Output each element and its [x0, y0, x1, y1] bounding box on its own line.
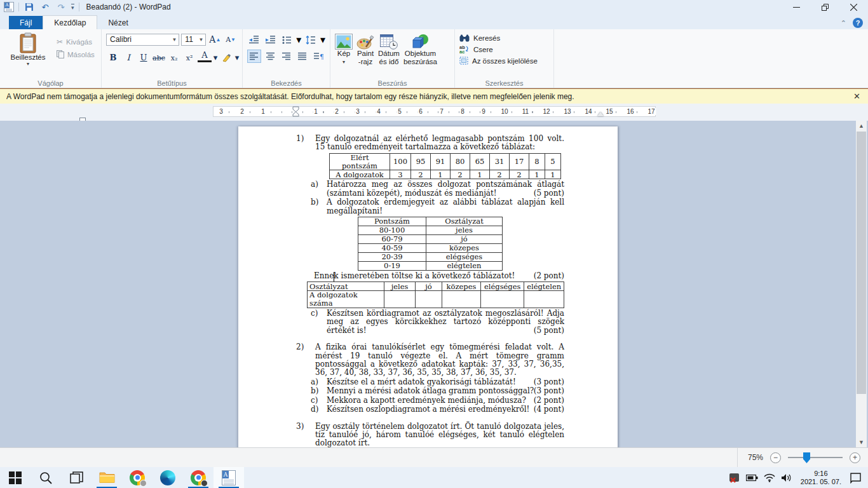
paragraph-dialog-button[interactable]: ¶: [312, 50, 325, 63]
table-row: 40-59közepes: [358, 244, 503, 253]
align-center-icon: [266, 52, 275, 60]
highlight-dropdown-icon[interactable]: ▾: [234, 50, 240, 63]
document-page[interactable]: 1) Egy dolgozatnál az elérhető legmagasa…: [238, 126, 618, 447]
justify-button[interactable]: [295, 50, 309, 63]
document-content: 1) Egy dolgozatnál az elérhető legmagasa…: [238, 126, 564, 447]
scroll-up-arrow[interactable]: ▲: [856, 121, 867, 131]
increase-indent-button[interactable]: [264, 33, 278, 46]
first-line-indent-marker[interactable]: [292, 106, 299, 117]
bullets-button[interactable]: [280, 33, 294, 46]
vertical-scrollbar[interactable]: ▲ ▼: [856, 121, 867, 447]
profile-badge: [140, 480, 147, 487]
window-title: Beadandó (2) - WordPad: [86, 3, 171, 11]
bold-button[interactable]: B: [106, 50, 120, 63]
q1-item-b: b) A dolgozatok érdemjegyeit az alábbi t…: [296, 198, 564, 215]
scrollbar-thumb[interactable]: [857, 132, 866, 394]
q1-item-a: a) Határozza meg az összes dolgozat pont…: [296, 180, 564, 198]
zoom-in-button[interactable]: +: [850, 452, 860, 463]
ribbon-tab-row: Fájl Kezdőlap Nézet ⌃ ?: [0, 14, 868, 29]
cut-button[interactable]: ✂ Kivágás: [57, 37, 95, 46]
decrease-indent-button[interactable]: [247, 33, 261, 46]
underline-button[interactable]: U: [137, 50, 151, 63]
align-left-button[interactable]: [247, 50, 261, 63]
ruler-number: 15: [604, 108, 614, 115]
ruler-number: 16: [625, 108, 635, 115]
customize-quick-access-icon[interactable]: ▾: [71, 4, 74, 10]
taskbar-clock[interactable]: 9:16 2021. 05. 07.: [798, 470, 844, 486]
tab-fajl[interactable]: Fájl: [9, 16, 43, 29]
insert-object-button[interactable]: Objektum beszúrása: [403, 32, 437, 78]
right-indent-marker[interactable]: [597, 112, 604, 116]
grades-table: Pontszám Osztályzat 80-100jeles 60-79jó …: [358, 217, 503, 271]
warning-close-button[interactable]: ✕: [853, 92, 860, 101]
scroll-down-arrow[interactable]: ▼: [856, 437, 867, 447]
redo-button[interactable]: ↷: [55, 1, 67, 13]
highlight-button[interactable]: [219, 50, 233, 63]
select-all-button[interactable]: Az összes kijelölése: [459, 57, 549, 65]
undo-button[interactable]: ↶: [39, 1, 51, 13]
tray-wifi-icon[interactable]: [764, 473, 775, 482]
line-spacing-dropdown-icon[interactable]: ▾: [320, 33, 325, 46]
paste-button[interactable]: Beillesztés ▾: [4, 32, 51, 78]
taskbar-chrome-2[interactable]: [183, 467, 214, 488]
zoom-slider-thumb[interactable]: [803, 452, 810, 463]
tab-kezdolap[interactable]: Kezdőlap: [43, 15, 97, 29]
find-button[interactable]: Keresés: [459, 34, 549, 42]
warning-text: A WordPad nem támogatja a jelenlegi doku…: [6, 92, 848, 101]
ruler-number: 2: [239, 108, 245, 115]
taskbar-chrome-1[interactable]: [122, 467, 153, 488]
restore-button[interactable]: [811, 0, 839, 14]
font-size-combobox[interactable]: 11 ▼: [181, 34, 206, 46]
ruler[interactable]: 3 2 1 1 2 3 4 5 6 7 8 9 10 11 12 13 14 1…: [213, 106, 656, 117]
ruler-number: 5: [397, 108, 403, 115]
strikethrough-button[interactable]: abc: [152, 50, 166, 63]
justify-icon: [297, 52, 307, 60]
title-bar: A ↶ ↷ ▾ Beadandó (2) - WordPad: [0, 0, 868, 14]
subscript-button[interactable]: x₂: [167, 50, 181, 63]
ruler-row: 3 2 1 1 2 3 4 5 6 7 8 9 10 11 12 13 14 1…: [0, 104, 868, 121]
start-button[interactable]: [0, 467, 31, 488]
clock-date: 2021. 05. 07.: [801, 478, 841, 486]
copy-button[interactable]: Másolás: [57, 50, 95, 58]
grow-font-button[interactable]: A ▲: [208, 32, 222, 46]
taskbar-search-button[interactable]: [31, 467, 61, 488]
italic-button[interactable]: I: [121, 50, 135, 63]
help-button[interactable]: ?: [853, 18, 863, 28]
superscript-button[interactable]: x²: [182, 50, 196, 63]
ruler-number: 6: [417, 108, 424, 115]
font-color-button[interactable]: A: [198, 51, 212, 62]
shrink-font-button[interactable]: A ▼: [224, 32, 238, 46]
tab-nezet[interactable]: Nézet: [97, 16, 139, 29]
zoom-out-button[interactable]: −: [770, 452, 781, 463]
calendar-clock-icon: [380, 34, 398, 50]
taskbar-edge[interactable]: [153, 467, 183, 488]
align-right-button[interactable]: [280, 50, 293, 63]
taskbar-file-explorer[interactable]: [92, 467, 122, 488]
tray-volume-icon[interactable]: [781, 473, 792, 482]
replace-button[interactable]: abac Csere: [459, 45, 549, 53]
svg-text:ac: ac: [459, 49, 465, 53]
action-center-button[interactable]: [850, 472, 862, 484]
taskbar-wordpad[interactable]: A: [214, 467, 244, 488]
insert-date-time-button[interactable]: Dátum és idő: [378, 32, 400, 78]
close-button[interactable]: [839, 0, 868, 14]
group-label-editing: Szerkesztés: [455, 79, 553, 87]
line-spacing-button[interactable]: [304, 33, 318, 46]
font-color-dropdown-icon[interactable]: ▾: [213, 50, 218, 63]
minimize-button[interactable]: [782, 0, 811, 14]
table-row: Pontszám Osztályzat: [358, 217, 503, 226]
question-1: 1) Egy dolgozatnál az elérhető legmagasa…: [296, 135, 564, 152]
font-family-combobox[interactable]: Calibri ▼: [106, 34, 179, 46]
insert-picture-button[interactable]: Kép ▾: [335, 32, 353, 78]
tray-device-disconnected-icon[interactable]: [729, 472, 740, 484]
tray-battery-icon[interactable]: [746, 474, 758, 482]
clock-time: 9:16: [801, 470, 841, 478]
table-row: 60-79jó: [358, 235, 503, 244]
insert-paint-drawing-button[interactable]: Paint -rajz: [356, 32, 374, 78]
zoom-slider[interactable]: [788, 457, 843, 458]
save-button[interactable]: [24, 1, 35, 13]
align-center-button[interactable]: [264, 50, 277, 63]
bullets-dropdown-icon[interactable]: ▾: [296, 33, 301, 46]
collapse-ribbon-icon[interactable]: ⌃: [841, 20, 846, 26]
task-view-button[interactable]: [61, 467, 92, 488]
